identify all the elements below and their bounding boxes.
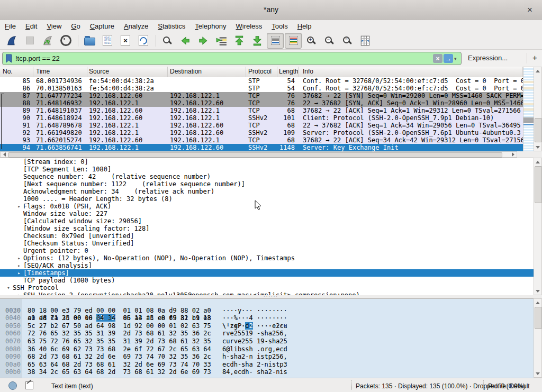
packet-row[interactable]: 9271.661949820192.168.122.1192.168.122.6… <box>0 129 523 136</box>
packet-row[interactable]: 9071.648618924192.168.122.60192.168.122.… <box>0 114 523 122</box>
profile-label[interactable]: Profile: Default <box>488 382 530 390</box>
scroll-up-icon[interactable] <box>534 67 541 75</box>
menu-telephony[interactable]: Telephony <box>190 21 231 31</box>
menu-analyze[interactable]: Analyze <box>119 21 153 31</box>
packet-row[interactable]: 8670.013850163fe:54:00:d4:38:2aSTP54Conf… <box>0 85 523 92</box>
menu-tools[interactable]: Tools <box>267 21 292 31</box>
scroll-right-icon[interactable] <box>509 151 517 158</box>
hex-row[interactable]: 00b038 34 2c 65 63 64 68 2d 73 68 61 32 … <box>0 368 534 376</box>
expert-info-icon[interactable] <box>8 381 17 390</box>
column-header-destination[interactable]: Destination <box>168 67 246 77</box>
menu-statistics[interactable]: Statistics <box>153 21 190 31</box>
hex-row[interactable]: 007063 75 72 76 65 32 35 35 31 39 2d 73 … <box>0 338 534 345</box>
save-file-button[interactable]: 010101100011 <box>99 33 116 49</box>
scroll-down-icon[interactable] <box>534 143 541 151</box>
colorize-button[interactable] <box>285 33 302 49</box>
hex-scrollbar[interactable] <box>534 298 542 378</box>
packet-minimap[interactable] <box>523 67 534 151</box>
reload-file-button[interactable] <box>135 33 152 49</box>
filter-clear-icon[interactable]: × <box>433 54 442 63</box>
detail-line[interactable]: TCP payload (1080 bytes) <box>0 277 534 284</box>
scrollbar-thumb[interactable] <box>535 166 542 203</box>
detail-line[interactable]: Urgent pointer: 0 <box>0 247 534 254</box>
go-to-bottom-button[interactable] <box>249 33 266 49</box>
hscrollbar-thumb[interactable] <box>8 152 502 158</box>
detail-line[interactable]: [TCP Segment Len: 1080] <box>0 166 534 173</box>
detail-line[interactable]: [Calculated window size: 29056] <box>0 217 534 225</box>
close-icon[interactable]: × <box>524 4 536 16</box>
filter-dropdown-icon[interactable]: ▾ <box>454 56 459 61</box>
detail-line[interactable]: Sequence number: 42 (relative sequence n… <box>0 173 534 180</box>
detail-line[interactable]: Acknowledgment number: 34 (relative ack … <box>0 188 534 195</box>
resize-columns-button[interactable] <box>357 33 374 49</box>
packet-list-scrollbar[interactable] <box>534 67 542 151</box>
scroll-down-icon[interactable] <box>534 370 541 377</box>
scroll-left-icon[interactable] <box>1 151 8 158</box>
filter-apply-icon[interactable]: → <box>444 54 453 63</box>
menu-help[interactable]: Help <box>293 21 317 31</box>
detail-line[interactable]: ▸[SEQ/ACK analysis] <box>0 262 534 269</box>
find-packet-button[interactable] <box>159 33 176 49</box>
zoom-in-button[interactable]: + <box>303 33 320 49</box>
go-to-packet-button[interactable] <box>213 33 230 49</box>
open-file-button[interactable] <box>81 33 98 49</box>
go-forward-button[interactable] <box>195 33 212 49</box>
packet-row[interactable]: 8771.647777234192.168.122.60192.168.122.… <box>0 92 523 99</box>
detail-line[interactable]: Checksum: 0x79ed [unverified] <box>0 232 534 240</box>
close-file-button[interactable]: × <box>117 33 134 49</box>
packet-row[interactable]: 9171.648789678192.168.122.1192.168.122.6… <box>0 122 523 129</box>
hex-row[interactable]: 0040a1 dd c1 25 00 00 04 34 06 14 f5 e8 … <box>0 314 534 322</box>
hex-row[interactable]: 008036 40 6c 69 62 73 73 68 2e 6f 72 67 … <box>0 345 534 353</box>
detail-line-selected[interactable]: ▸[Timestamps] <box>0 269 534 277</box>
go-back-button[interactable] <box>177 33 194 49</box>
expand-icon[interactable]: ▸ <box>15 262 23 269</box>
expand-icon[interactable]: ▸ <box>15 203 23 210</box>
capture-comment-icon[interactable] <box>25 381 33 389</box>
detail-line[interactable]: [Stream index: 0] <box>0 158 534 166</box>
expand-icon[interactable]: ▸ <box>15 269 23 277</box>
scrollbar-thumb[interactable] <box>535 118 542 142</box>
detail-line[interactable]: [Window size scaling factor: 128] <box>0 225 534 232</box>
column-header-protocol[interactable]: Protocol <box>246 67 277 77</box>
column-header-length[interactable]: Length <box>277 67 299 77</box>
hex-row[interactable]: 0020 c0 a8 7a 3c 00 16 93 32 85 a3 ac c0… <box>0 299 534 307</box>
detail-line[interactable]: 1000 .... = Header Length: 32 bytes (8) <box>0 195 534 203</box>
capture-options-button[interactable] <box>57 33 74 49</box>
packet-list-hscrollbar[interactable] <box>0 151 517 158</box>
detail-line[interactable]: ▸Flags: 0x018 (PSH, ACK) <box>0 203 534 210</box>
hex-row[interactable]: 006072 76 65 32 35 35 31 39 2d 73 68 61 … <box>0 330 534 338</box>
packet-row-selected[interactable]: 9471.663856741192.168.122.1192.168.122.6… <box>0 144 523 151</box>
stop-capture-button[interactable] <box>21 33 38 49</box>
details-scrollbar[interactable] <box>534 158 542 295</box>
hex-row[interactable]: 00505c 27 b2 67 50 ad 64 98 1d 92 00 00 … <box>0 322 534 330</box>
go-to-top-button[interactable] <box>231 33 248 49</box>
column-header-source[interactable]: Source <box>87 67 168 77</box>
collapse-icon[interactable]: ▾ <box>4 284 13 291</box>
scroll-up-icon[interactable] <box>534 299 541 306</box>
start-capture-button[interactable] <box>3 33 20 49</box>
column-header-time[interactable]: Time <box>33 67 87 77</box>
bookmark-icon[interactable] <box>5 54 13 63</box>
column-header-info[interactable]: Info <box>299 67 523 77</box>
auto-scroll-button[interactable] <box>267 33 284 49</box>
packet-row[interactable]: 8871.648146932192.168.122.1192.168.122.6… <box>0 99 523 107</box>
menu-wireless[interactable]: Wireless <box>231 21 267 31</box>
menu-capture[interactable]: Capture <box>85 21 119 31</box>
packet-row[interactable]: 8568.001734936fe:54:00:d4:38:2aSTP54Conf… <box>0 77 523 85</box>
scroll-up-icon[interactable] <box>534 158 541 166</box>
filter-input[interactable]: !tcp.port == 22 × → ▾ <box>2 52 462 65</box>
hex-row[interactable]: 00a065 63 64 68 2d 73 68 61 32 2d 6e 69 … <box>0 361 534 369</box>
detail-line[interactable]: [Checksum Status: Unverified] <box>0 240 534 247</box>
detail-line[interactable]: ▾SSH Protocol <box>0 284 534 291</box>
zoom-reset-button[interactable]: = <box>339 33 356 49</box>
zoom-out-button[interactable]: − <box>321 33 338 49</box>
menu-file[interactable]: File <box>0 21 21 31</box>
expand-icon[interactable]: ▸ <box>15 254 23 262</box>
detail-line[interactable]: Window size value: 227 <box>0 210 534 217</box>
packet-row[interactable]: 8971.648191037192.168.122.60192.168.122.… <box>0 107 523 114</box>
menu-go[interactable]: Go <box>66 21 85 31</box>
detail-line[interactable]: [Next sequence number: 1122 (relative se… <box>0 180 534 188</box>
menu-view[interactable]: View <box>42 21 66 31</box>
expression-button[interactable]: Expression... <box>468 54 508 62</box>
hex-row[interactable]: 009068 2d 73 68 61 32 2d 6e 69 73 74 70 … <box>0 353 534 361</box>
